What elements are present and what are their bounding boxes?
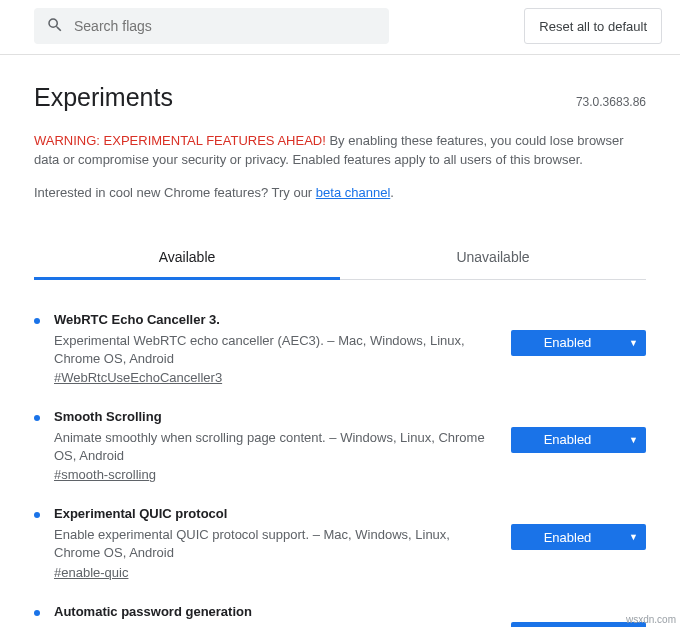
reset-all-button[interactable]: Reset all to default — [524, 8, 662, 44]
flag-anchor-link[interactable]: #WebRtcUseEchoCanceller3 — [54, 370, 222, 385]
tab-unavailable[interactable]: Unavailable — [340, 237, 646, 279]
flag-title: Experimental QUIC protocol — [54, 506, 495, 521]
flag-row: WebRTC Echo Canceller 3. Experimental We… — [34, 298, 646, 395]
modified-dot-icon — [34, 415, 40, 421]
search-box[interactable] — [34, 8, 389, 44]
flag-anchor-link[interactable]: #smooth-scrolling — [54, 467, 156, 482]
version-label: 73.0.3683.86 — [576, 95, 646, 109]
flag-state-select[interactable]: Enabled — [511, 524, 646, 550]
modified-dot-icon — [34, 318, 40, 324]
flag-state-select[interactable]: Enabled — [511, 330, 646, 356]
flag-row: Automatic password generation Allow Chro… — [34, 590, 646, 627]
flag-description: Allow Chrome to offer to generate passwo… — [54, 624, 495, 627]
flag-row: Experimental QUIC protocol Enable experi… — [34, 492, 646, 589]
modified-dot-icon — [34, 512, 40, 518]
flag-anchor-link[interactable]: #enable-quic — [54, 565, 128, 580]
flags-list: WebRTC Echo Canceller 3. Experimental We… — [34, 280, 646, 627]
modified-dot-icon — [34, 610, 40, 616]
search-icon — [46, 16, 64, 37]
search-input[interactable] — [64, 18, 377, 34]
warning-text: WARNING: EXPERIMENTAL FEATURES AHEAD! By… — [34, 132, 646, 170]
tabs: Available Unavailable — [34, 237, 646, 280]
content: Experiments 73.0.3683.86 WARNING: EXPERI… — [0, 55, 680, 627]
flag-state-select[interactable]: Enabled — [511, 427, 646, 453]
beta-channel-line: Interested in cool new Chrome features? … — [34, 184, 646, 203]
flag-row: Smooth Scrolling Animate smoothly when s… — [34, 395, 646, 492]
flag-title: WebRTC Echo Canceller 3. — [54, 312, 495, 327]
beta-channel-link[interactable]: beta channel — [316, 185, 390, 200]
warning-prefix: WARNING: EXPERIMENTAL FEATURES AHEAD! — [34, 133, 326, 148]
flag-description: Animate smoothly when scrolling page con… — [54, 429, 495, 465]
flag-description: Enable experimental QUIC protocol suppor… — [54, 526, 495, 562]
flag-title: Automatic password generation — [54, 604, 495, 619]
flag-description: Experimental WebRTC echo canceller (AEC3… — [54, 332, 495, 368]
topbar: Reset all to default — [0, 0, 680, 55]
page-title: Experiments — [34, 83, 173, 112]
tab-available[interactable]: Available — [34, 237, 340, 280]
watermark: wsxdn.com — [626, 614, 676, 625]
flag-title: Smooth Scrolling — [54, 409, 495, 424]
